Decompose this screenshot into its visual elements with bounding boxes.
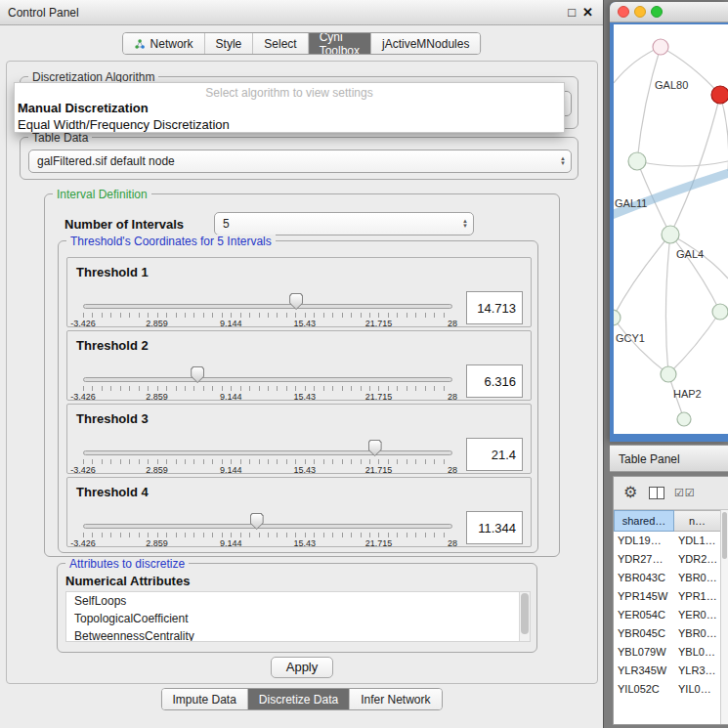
tab-jactivemodules[interactable]: jActiveMNodules [371, 33, 480, 54]
network-node[interactable] [712, 304, 728, 320]
table-row[interactable]: YBR043CYBR0… [614, 569, 721, 587]
dropdown-option-equal-width[interactable]: Equal Width/Frequency Discretization [18, 117, 230, 132]
table-cell[interactable]: YBR0… [674, 624, 721, 643]
tab-select[interactable]: Select [253, 33, 308, 54]
network-node[interactable] [662, 226, 679, 243]
table-row[interactable]: YBR045CYBR0… [614, 624, 721, 643]
table-row[interactable]: YBL079WYBL0… [614, 643, 721, 662]
slider-thumb[interactable] [191, 366, 204, 383]
slider-thumb-face [192, 367, 203, 382]
tab-infer-network[interactable]: Infer Network [350, 689, 441, 709]
table-cell[interactable]: YBR045C [614, 624, 674, 643]
tab-impute-data[interactable]: Impute Data [161, 689, 247, 709]
table-row[interactable]: YDR27…YDR2… [614, 550, 721, 569]
minimize-traffic-icon[interactable] [634, 6, 646, 18]
network-node[interactable] [653, 39, 668, 55]
slider-thumb[interactable] [368, 440, 382, 456]
table-cell[interactable]: YDR27… [614, 550, 674, 569]
threshold-value-box[interactable]: 14.713 [466, 291, 523, 324]
table-cell[interactable]: YIL052C [614, 680, 674, 699]
attribute-list-item[interactable]: BetweennessCentrality [66, 627, 530, 642]
scale-tick-label: 2.859 [146, 392, 168, 402]
network-window-titlebar[interactable] [610, 2, 728, 22]
network-node[interactable] [614, 310, 621, 325]
network-node[interactable] [661, 366, 676, 382]
scrollbar-thumb[interactable] [722, 512, 727, 559]
threshold-slider[interactable]: -3.4262.8599.14415.4321.71528 [83, 258, 452, 328]
slider-track[interactable] [83, 304, 452, 309]
table-cell[interactable]: YLR345W [614, 662, 674, 680]
threshold-slider[interactable]: -3.4262.8599.14415.4321.71528 [83, 405, 452, 475]
slider-thumb[interactable] [289, 293, 303, 310]
table-toolbar: ⚙ ☑☑ [614, 477, 728, 510]
table-row[interactable]: YPR145WYPR1… [614, 587, 721, 606]
tab-label: jActiveMNodules [382, 37, 469, 51]
group-label: Table Data [28, 131, 92, 145]
attribute-list-item[interactable]: TopologicalCoefficient [66, 610, 530, 627]
apply-button[interactable]: Apply [271, 657, 333, 678]
gear-icon[interactable]: ⚙ [623, 483, 637, 501]
tab-cyni-toolbox[interactable]: Cyni Toolbox [309, 33, 371, 54]
list-scrollbar[interactable] [519, 592, 530, 641]
tab-style[interactable]: Style [205, 33, 254, 54]
tab-discretize-data[interactable]: Discretize Data [248, 689, 350, 709]
scale-tick-label: 28 [448, 465, 457, 475]
threshold-value-box[interactable]: 11.344 [466, 511, 523, 544]
threshold-value-box[interactable]: 6.316 [466, 364, 523, 398]
zoom-traffic-icon[interactable] [651, 6, 663, 18]
select-columns-icon[interactable]: ☑☑ [674, 487, 696, 499]
table-cell[interactable]: YPR1… [674, 587, 721, 606]
columns-icon[interactable] [649, 487, 664, 499]
table-cell[interactable]: YBL079W [614, 643, 674, 662]
table-cell[interactable]: YIL0… [674, 680, 721, 699]
table-cell[interactable]: YPR145W [614, 587, 674, 606]
network-node[interactable] [677, 412, 691, 426]
table-cell[interactable]: YDR2… [674, 550, 721, 569]
network-canvas[interactable]: GAL80 GAL11 GAL4 GCY1 HAP2 [614, 24, 728, 434]
threshold-slider[interactable]: -3.4262.8599.14415.4321.71528 [83, 331, 452, 402]
tab-label: Impute Data [172, 693, 236, 707]
number-of-intervals-combobox[interactable]: 5 ▲ ▼ [214, 212, 474, 236]
table-row[interactable]: YLR345WYLR3… [614, 662, 721, 680]
column-header-name[interactable]: n… [674, 510, 721, 532]
table-row[interactable]: YDL19…YDL1… [614, 532, 721, 550]
slider-ticks [83, 459, 452, 464]
window-title: Control Panel [8, 6, 79, 20]
dropdown-option-manual-discretization[interactable]: Manual Discretization [18, 101, 149, 115]
table-cell[interactable]: YDL19… [614, 532, 674, 550]
numerical-attributes-list[interactable]: SelfLoopsTopologicalCoefficientBetweenne… [65, 591, 531, 642]
scrollbar-thumb[interactable] [521, 593, 529, 634]
table-cell[interactable]: YBR043C [614, 569, 674, 587]
table-cell[interactable]: YBR0… [674, 569, 721, 587]
table-cell[interactable]: YER0… [674, 606, 721, 624]
table-cell[interactable]: YER054C [614, 606, 674, 624]
table-scrollbar[interactable] [720, 510, 728, 724]
threshold-value-box[interactable]: 21.4 [466, 438, 523, 471]
table-row[interactable]: YER054CYER0… [614, 606, 721, 624]
threshold-slider[interactable]: -3.4262.8599.14415.4321.71528 [83, 478, 452, 548]
column-header-shared-name[interactable]: shared… [614, 510, 674, 532]
slider-thumb[interactable] [250, 513, 264, 530]
table-cell[interactable]: YLR3… [674, 662, 721, 680]
close-traffic-icon[interactable] [618, 6, 629, 18]
slider-track[interactable] [83, 450, 452, 455]
table-data-combobox[interactable]: galFiltered.sif default node ▲ ▼ [28, 150, 572, 173]
control-panel-titlebar[interactable]: Control Panel □ ✕ [0, 0, 603, 25]
attribute-list-item[interactable]: SelfLoops [66, 592, 530, 610]
slider-thumb-face [369, 441, 381, 455]
table-row[interactable]: YIL052CYIL0… [614, 680, 721, 699]
slider-track[interactable] [83, 524, 452, 529]
float-window-icon[interactable]: □ [568, 5, 576, 20]
network-node-selected[interactable] [711, 86, 728, 104]
slider-ticks [83, 533, 452, 537]
slider-track[interactable] [83, 377, 452, 382]
close-icon[interactable]: ✕ [582, 5, 593, 20]
table-panel-header[interactable]: Table Panel [610, 445, 728, 472]
table-cell[interactable]: YDL1… [674, 532, 721, 550]
network-node[interactable] [628, 152, 646, 170]
tab-network[interactable]: Network [123, 33, 205, 54]
table-cell[interactable]: YBL0… [674, 643, 721, 662]
node-label: GAL80 [655, 79, 688, 91]
thresholds-container: Threshold 1 -3.4262.8599.14415.4321.7152… [66, 257, 530, 550]
network-view-window: GAL80 GAL11 GAL4 GCY1 HAP2 [610, 2, 728, 442]
